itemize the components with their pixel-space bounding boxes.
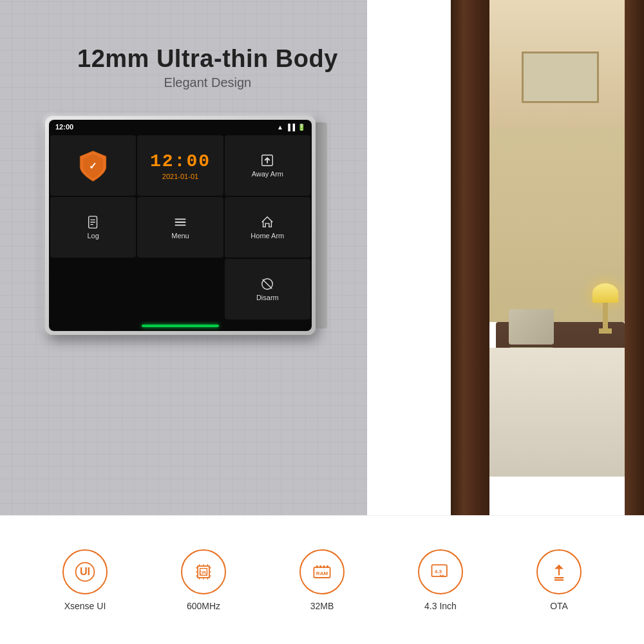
status-icons: ▲ ▐▐ 🔋 [277, 124, 305, 131]
menu-cell[interactable]: Menu [137, 197, 223, 258]
status-time: 12:00 [55, 123, 73, 131]
disarm-cell[interactable]: Disarm [225, 259, 310, 319]
ram-icon: RAM [310, 560, 334, 583]
device-panel: 12:00 ▲ ▐▐ 🔋 ✓ [45, 116, 316, 412]
svg-line-11 [263, 279, 272, 289]
svg-text:RAM: RAM [316, 570, 328, 576]
screen-size-icon-circle: 4.3 [418, 549, 463, 594]
disarm-label: Disarm [256, 294, 279, 301]
ota-icon-circle [536, 549, 582, 594]
led-strip [142, 325, 219, 327]
away-arm-cell[interactable]: Away Arm [225, 135, 310, 196]
pillow-1 [509, 309, 554, 345]
ota-icon [547, 560, 571, 583]
log-label: Log [87, 232, 99, 240]
screen-grid: ✓ 12:00 2021-01-01 [49, 134, 312, 321]
svg-text:4.3: 4.3 [435, 568, 442, 574]
svg-rect-31 [316, 565, 318, 568]
spec-cpu: CPU 600MHz [181, 549, 226, 611]
spec-ota: OTA [536, 549, 582, 611]
device-outer-frame: 12:00 ▲ ▐▐ 🔋 ✓ [45, 116, 316, 335]
home-arm-icon [260, 215, 274, 229]
screen-size-icon: 4.3 [429, 560, 452, 583]
svg-text:UI: UI [80, 565, 90, 577]
cpu-icon: CPU [192, 560, 215, 583]
door-frame-left [451, 0, 489, 515]
date-display: 2021-01-01 [162, 173, 198, 180]
product-photo-section: 12mm Ultra-thin Body Elegant Design 12:0… [0, 0, 644, 515]
spec-bar: UI Xsense UI CPU [0, 515, 644, 644]
cpu-icon-circle: CPU [181, 549, 226, 594]
headline-main: 12mm Ultra-thin Body [77, 45, 338, 73]
menu-label: Menu [171, 232, 189, 240]
bedside-lamp [592, 283, 618, 335]
xsense-ui-icon: UI [73, 560, 97, 583]
headline-sub: Elegant Design [77, 75, 338, 90]
home-arm-label: Home Arm [251, 232, 284, 240]
ram-icon-circle: RAM [299, 549, 345, 594]
wall-picture [522, 52, 599, 103]
screen-size-label: 4.3 Inch [424, 601, 457, 611]
menu-icon [173, 215, 187, 229]
spec-screen-size: 4.3 4.3 Inch [418, 549, 463, 611]
ram-label: 32MB [310, 601, 334, 611]
log-icon [86, 215, 100, 229]
svg-rect-34 [327, 565, 328, 568]
headline-block: 12mm Ultra-thin Body Elegant Design [77, 45, 338, 90]
wifi-icon: ▲ [277, 124, 283, 131]
time-display: 12:00 [150, 151, 211, 171]
spec-ram: RAM 32MB [299, 549, 345, 611]
svg-text:CPU: CPU [199, 570, 208, 574]
lamp-shade [592, 283, 618, 303]
svg-rect-33 [323, 565, 325, 568]
bed-sheet [489, 348, 625, 477]
battery-icon: 🔋 [298, 124, 305, 131]
shield-cell: ✓ [50, 135, 136, 196]
signal-icon: ▐▐ [286, 124, 295, 131]
ota-label: OTA [550, 601, 568, 611]
cpu-label: 600MHz [187, 601, 220, 611]
svg-text:✓: ✓ [89, 161, 97, 171]
lamp-stand [599, 328, 612, 334]
led-bar [49, 321, 312, 331]
disarm-icon [260, 277, 274, 291]
svg-rect-32 [319, 565, 321, 568]
shield-icon: ✓ [75, 148, 111, 184]
away-arm-icon [260, 153, 274, 167]
status-bar: 12:00 ▲ ▐▐ 🔋 [49, 120, 312, 134]
door-frame-right [625, 0, 644, 515]
xsense-ui-label: Xsense UI [64, 601, 106, 611]
log-cell[interactable]: Log [50, 197, 136, 258]
time-cell: 12:00 2021-01-01 [137, 135, 223, 196]
spec-xsense-ui: UI Xsense UI [62, 549, 108, 611]
lamp-base [603, 303, 608, 328]
device-screen: 12:00 ▲ ▐▐ 🔋 ✓ [49, 120, 312, 331]
xsense-ui-icon-circle: UI [62, 549, 108, 594]
away-arm-label: Away Arm [252, 170, 283, 178]
home-arm-cell[interactable]: Home Arm [225, 197, 310, 258]
